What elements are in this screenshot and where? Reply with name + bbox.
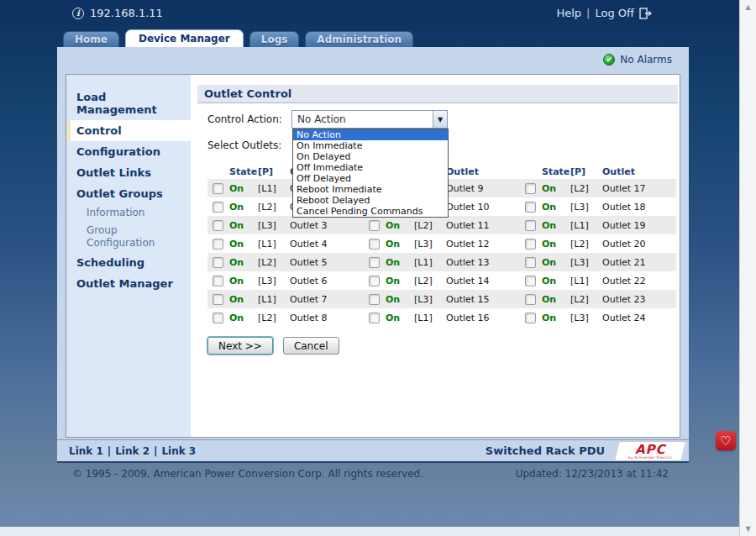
sidebar-item-control[interactable]: Control xyxy=(66,120,191,141)
outlet-checkbox-13[interactable] xyxy=(369,257,380,268)
link-separator: | xyxy=(108,445,111,457)
dropdown-option[interactable]: Reboot Delayed xyxy=(293,195,448,206)
outlet-checkbox-8[interactable] xyxy=(213,313,223,323)
log-off-icon[interactable] xyxy=(639,8,652,19)
outlet-checkbox-22[interactable] xyxy=(525,276,536,286)
cancel-button[interactable]: Cancel xyxy=(283,337,339,355)
outlet-phase: [L3] xyxy=(570,202,602,213)
outlet-checkbox-19[interactable] xyxy=(525,220,536,231)
outlet-checkbox-6[interactable] xyxy=(213,276,223,286)
dropdown-option[interactable]: No Action xyxy=(293,129,448,140)
outlet-name: Outlet 14 xyxy=(446,276,520,286)
outlet-checkbox-16[interactable] xyxy=(369,313,380,323)
outlet-phase: [L1] xyxy=(258,239,290,250)
outlet-checkbox-4[interactable] xyxy=(213,239,223,250)
help-link[interactable]: Help xyxy=(556,7,581,19)
control-action-select[interactable]: No Action ▼ xyxy=(291,110,448,129)
sidebar-item-load-management[interactable]: Load Management xyxy=(66,87,191,120)
outlet-row: On [L3] Outlet 6 On [L2] Outlet 14 On [L… xyxy=(207,271,676,290)
footer-links: Link 1|Link 2|Link 3 xyxy=(69,445,196,457)
outlet-state: On xyxy=(229,202,258,213)
control-action-dropdown-list: No ActionOn ImmediateOn DelayedOff Immed… xyxy=(292,129,449,218)
dropdown-option[interactable]: Off Delayed xyxy=(293,173,448,184)
content-frame: Load ManagementControlConfigurationOutle… xyxy=(66,74,680,438)
outlet-checkbox-17[interactable] xyxy=(525,183,536,194)
no-alarms-check-icon: ✔ xyxy=(603,54,615,66)
next-button[interactable]: Next >> xyxy=(207,337,273,355)
outlet-state: On xyxy=(542,294,570,305)
outlet-cell: On [L3] Outlet 18 xyxy=(520,202,676,213)
outlet-state: On xyxy=(542,276,570,286)
dropdown-option[interactable]: On Delayed xyxy=(293,151,448,162)
header-state: State xyxy=(542,166,570,177)
dropdown-option[interactable]: Off Immediate xyxy=(293,162,448,173)
scroll-down-icon[interactable]: ▼ xyxy=(740,525,756,533)
outlet-row: On [L1] Outlet 7 On [L3] Outlet 15 On [L… xyxy=(207,290,676,308)
outlet-checkbox-1[interactable] xyxy=(213,183,223,194)
outlet-checkbox-21[interactable] xyxy=(525,257,536,268)
outlet-cell: On [L1] Outlet 19 xyxy=(520,220,676,231)
outlet-state: On xyxy=(229,239,258,250)
outlet-checkbox-11[interactable] xyxy=(369,220,380,231)
footer-link-3[interactable]: Link 3 xyxy=(161,445,196,457)
sidebar-item-outlet-manager[interactable]: Outlet Manager xyxy=(66,273,191,294)
scroll-up-icon[interactable]: ▲ xyxy=(740,3,756,11)
outlet-state: On xyxy=(542,220,570,231)
tab-device-manager[interactable]: Device Manager xyxy=(125,29,244,47)
outlet-checkbox-7[interactable] xyxy=(213,294,223,305)
outlet-phase: [L3] xyxy=(258,220,290,231)
tab-logs[interactable]: Logs xyxy=(249,31,300,47)
sidebar-item-outlet-groups[interactable]: Outlet Groups xyxy=(66,183,191,204)
outlet-name: Outlet 23 xyxy=(602,294,676,305)
outlet-checkbox-23[interactable] xyxy=(525,294,536,305)
alarm-status-bar: ✔ No Alarms xyxy=(57,47,689,72)
outlet-state: On xyxy=(229,313,258,323)
header-state: State xyxy=(229,166,258,177)
outlet-checkbox-3[interactable] xyxy=(213,220,223,231)
dropdown-option[interactable]: Cancel Pending Commands xyxy=(293,206,448,217)
page-title: Outlet Control xyxy=(197,85,678,103)
outlet-name: Outlet 12 xyxy=(446,239,520,250)
tab-home[interactable]: Home xyxy=(63,31,119,47)
log-off-link[interactable]: Log Off xyxy=(595,7,634,19)
outlet-checkbox-14[interactable] xyxy=(369,276,380,286)
outlet-cell: On [L1] Outlet 7 xyxy=(207,294,364,305)
outlet-cell: On [L1] Outlet 13 xyxy=(364,257,520,268)
sidebar-item-information[interactable]: Information xyxy=(66,204,191,222)
outlet-name: Outlet 6 xyxy=(290,276,364,286)
header-phase: [P] xyxy=(258,166,290,177)
main-tab-bar: HomeDevice ManagerLogsAdministration xyxy=(63,29,413,47)
outlet-phase: [L2] xyxy=(258,202,290,213)
outlet-checkbox-18[interactable] xyxy=(525,202,536,213)
outlet-checkbox-5[interactable] xyxy=(213,257,223,268)
dropdown-option[interactable]: On Immediate xyxy=(293,140,448,151)
outlet-checkbox-2[interactable] xyxy=(213,202,223,213)
select-dropdown-arrow-icon[interactable]: ▼ xyxy=(433,111,447,128)
tab-administration[interactable]: Administration xyxy=(305,31,413,47)
sidebar-item-scheduling[interactable]: Scheduling xyxy=(66,252,191,273)
outlet-name: Outlet 22 xyxy=(602,276,676,286)
dropdown-option[interactable]: Reboot Immediate xyxy=(293,184,448,195)
outlet-checkbox-15[interactable] xyxy=(369,294,380,305)
outlet-phase: [L2] xyxy=(414,220,446,231)
vertical-scrollbar[interactable]: ▲ ▼ xyxy=(739,0,756,536)
header-outlet: Outlet xyxy=(446,166,520,177)
outlet-phase: [L2] xyxy=(258,257,290,268)
outlet-state: On xyxy=(229,276,258,286)
outlet-checkbox-24[interactable] xyxy=(525,313,536,323)
outlet-name: Outlet 19 xyxy=(602,220,676,231)
outlet-checkbox-12[interactable] xyxy=(369,239,380,250)
outlet-phase: [L3] xyxy=(570,313,602,323)
outlet-cell: On [L1] Outlet 16 xyxy=(364,313,520,323)
sidebar-item-group-configuration[interactable]: Group Configuration xyxy=(66,222,191,252)
outlet-state: On xyxy=(229,257,258,268)
sidebar-item-outlet-links[interactable]: Outlet Links xyxy=(66,162,191,183)
outlet-row: On [L1] Outlet 4 On [L3] Outlet 12 On [L… xyxy=(207,234,676,253)
outlet-phase: [L1] xyxy=(570,276,602,286)
heart-badge-icon[interactable]: ♡ xyxy=(716,431,736,450)
outlet-checkbox-20[interactable] xyxy=(525,239,536,250)
sidebar-item-configuration[interactable]: Configuration xyxy=(66,141,191,162)
outlet-phase: [L1] xyxy=(414,257,446,268)
footer-link-1[interactable]: Link 1 xyxy=(69,445,103,457)
footer-link-2[interactable]: Link 2 xyxy=(115,445,150,457)
